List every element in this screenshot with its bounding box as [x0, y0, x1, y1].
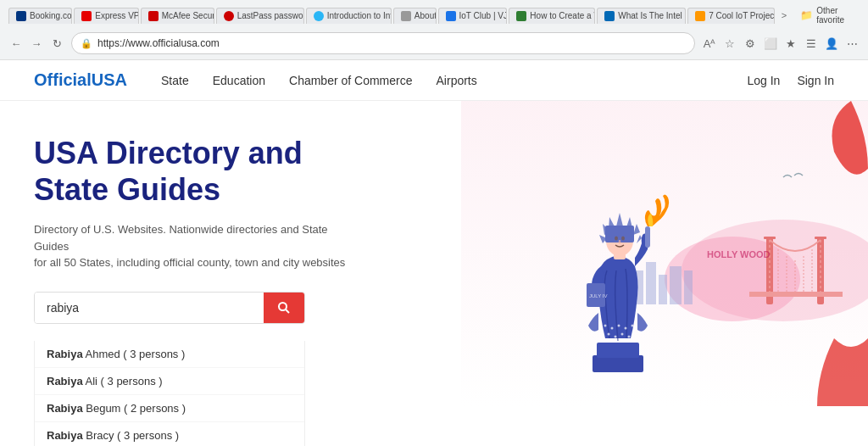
- result-bold-ali: Rabiya: [47, 375, 83, 387]
- more-button[interactable]: ⋯: [844, 36, 860, 51]
- svg-point-28: [625, 327, 627, 330]
- tab-favicon-mcafee: [148, 11, 159, 21]
- tab-mcafee[interactable]: McAfee Security: [141, 8, 214, 24]
- tab-favicon-cool: [695, 11, 705, 21]
- forward-button[interactable]: →: [29, 36, 44, 51]
- tab-iot[interactable]: IoT Club | VJIT: [438, 8, 508, 24]
- tab-booking[interactable]: Booking.com: [8, 8, 72, 24]
- svg-text:HOLLY WOOD: HOLLY WOOD: [707, 249, 771, 259]
- svg-rect-20: [659, 275, 667, 304]
- nav-education[interactable]: Education: [213, 74, 265, 87]
- tab-label-howto: How to Create a W...: [530, 11, 595, 20]
- svg-point-33: [628, 336, 631, 338]
- extensions-button[interactable]: ⚙: [743, 36, 758, 51]
- hero-section: USA Directory andState Guides Directory …: [0, 101, 868, 446]
- nav-buttons: ← → ↻: [8, 36, 64, 51]
- tab-about[interactable]: About: [393, 8, 437, 24]
- svg-rect-24: [597, 343, 639, 358]
- tab-label-intro: Introduction to Inte...: [327, 11, 392, 20]
- tab-favicon-intel: [604, 11, 615, 21]
- tab-lastpass[interactable]: LastPass password...: [216, 8, 304, 24]
- tabs-bar: Booking.com Express VPN McAfee Security …: [0, 0, 868, 27]
- svg-point-30: [608, 333, 610, 336]
- result-item-ali[interactable]: Rabiya Ali ( 3 persons ): [35, 368, 304, 395]
- svg-point-25: [604, 325, 607, 327]
- svg-point-29: [632, 325, 634, 327]
- search-bar: [34, 292, 305, 324]
- tab-label-mcafee: McAfee Security: [162, 11, 214, 20]
- svg-point-0: [279, 303, 287, 310]
- svg-point-27: [618, 325, 620, 327]
- result-bold-bracy: Rabiya: [47, 429, 83, 442]
- svg-rect-46: [645, 226, 650, 248]
- tab-label-cool: 7 Cool IoT Projects...: [709, 11, 775, 20]
- search-icon: [277, 301, 291, 315]
- svg-rect-22: [684, 270, 693, 304]
- collections-button[interactable]: ☰: [804, 36, 819, 51]
- tab-howto[interactable]: How to Create a W...: [509, 8, 595, 24]
- tab-intel[interactable]: What Is The Intel St...: [597, 8, 686, 24]
- login-link[interactable]: Log In: [747, 74, 780, 87]
- text-size-button[interactable]: Aᴬ: [702, 36, 717, 51]
- tab-label-intel: What Is The Intel St...: [618, 11, 686, 20]
- nav-airports[interactable]: Airports: [437, 74, 477, 87]
- browser-chrome: Booking.com Express VPN McAfee Security …: [0, 0, 868, 60]
- lock-icon: 🔒: [81, 38, 92, 49]
- url-text: https://www.officialusa.com: [97, 37, 220, 49]
- nav-chamber[interactable]: Chamber of Commerce: [289, 74, 413, 87]
- hero-subtitle: Directory of U.S. Websites. Nationwide d…: [34, 221, 356, 271]
- favorites-folder[interactable]: 📁 Other favorite: [793, 3, 860, 27]
- tab-label-booking: Booking.com: [30, 11, 72, 20]
- tab-favicon-lastpass: [224, 11, 234, 21]
- tab-favicon-booking: [16, 11, 26, 21]
- svg-point-32: [621, 333, 624, 336]
- svg-rect-7: [749, 292, 843, 297]
- url-bar[interactable]: 🔒 https://www.officialusa.com: [71, 32, 695, 54]
- tab-label-iot: IoT Club | VJIT: [459, 11, 508, 20]
- search-input[interactable]: [35, 293, 264, 323]
- result-rest-begum: Begum ( 2 persons ): [83, 402, 186, 415]
- tab-favicon-express: [81, 11, 92, 21]
- svg-point-45: [621, 237, 625, 241]
- hero-content: USA Directory andState Guides Directory …: [34, 135, 475, 446]
- nav-auth: Log In Sign In: [747, 74, 834, 87]
- svg-rect-21: [670, 266, 682, 304]
- back-button[interactable]: ←: [8, 36, 24, 51]
- result-rest-ali: Ali ( 3 persons ): [83, 375, 163, 387]
- tab-favicon-iot: [446, 11, 456, 21]
- site-logo[interactable]: OfficialUSA: [34, 70, 127, 90]
- nav-links: State Education Chamber of Commerce Airp…: [161, 73, 477, 88]
- tab-label-lastpass: LastPass password...: [237, 11, 304, 20]
- svg-line-1: [286, 309, 289, 313]
- result-item-begum[interactable]: Rabiya Begum ( 2 persons ): [35, 395, 304, 422]
- profile-button[interactable]: 👤: [824, 36, 839, 51]
- tab-cool[interactable]: 7 Cool IoT Projects...: [687, 8, 775, 24]
- tab-intro[interactable]: Introduction to Inte...: [306, 8, 392, 24]
- svg-rect-16: [815, 237, 826, 239]
- result-item-ahmed[interactable]: Rabiya Ahmed ( 3 persons ): [35, 341, 304, 368]
- result-rest-bracy: Bracy ( 3 persons ): [83, 429, 179, 442]
- bookmark-button[interactable]: ☆: [722, 36, 737, 51]
- hero-illustration: HOLLY WOOD: [461, 101, 868, 406]
- browser-toolbar: ← → ↻ 🔒 https://www.officialusa.com Aᴬ ☆…: [0, 27, 868, 59]
- search-button[interactable]: [264, 293, 304, 323]
- result-rest-ahmed: Ahmed ( 3 persons ): [83, 348, 186, 360]
- tab-label-express: Express VPN: [95, 11, 139, 20]
- nav-state[interactable]: State: [161, 74, 189, 87]
- refresh-button[interactable]: ↻: [49, 36, 64, 51]
- svg-rect-19: [646, 262, 656, 304]
- favorites-button[interactable]: ★: [783, 36, 798, 51]
- signin-link[interactable]: Sign In: [797, 74, 834, 87]
- tab-express[interactable]: Express VPN: [74, 8, 139, 24]
- hero-title: USA Directory andState Guides: [34, 135, 475, 208]
- tab-groups-button[interactable]: ⬜: [763, 36, 778, 51]
- result-item-bracy[interactable]: Rabiya Bracy ( 3 persons ): [35, 422, 304, 446]
- tab-favicon-intro: [314, 11, 324, 21]
- svg-point-26: [611, 327, 614, 330]
- result-bold-begum: Rabiya: [47, 402, 83, 415]
- tab-favicon-howto: [516, 11, 526, 21]
- result-bold-ahmed: Rabiya: [47, 348, 83, 360]
- logo-prefix: Official: [34, 70, 92, 89]
- tabs-more-button[interactable]: >: [776, 8, 792, 23]
- svg-text:JULY IV: JULY IV: [589, 293, 607, 298]
